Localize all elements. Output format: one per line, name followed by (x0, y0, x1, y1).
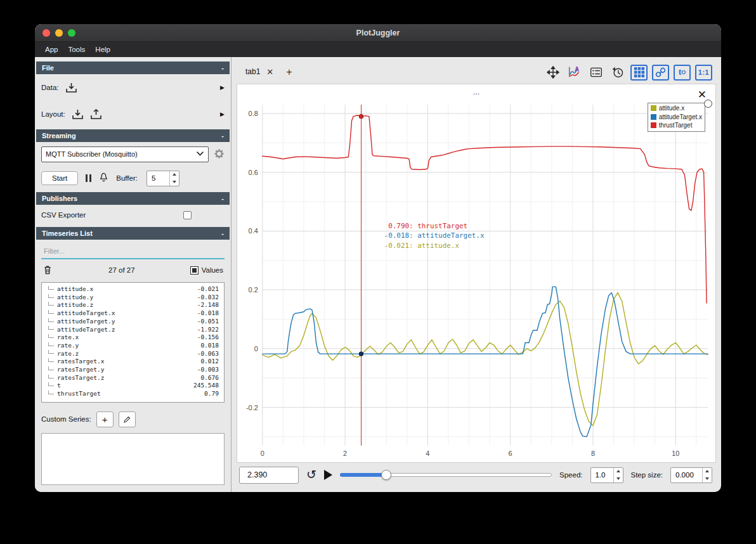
section-header-publishers[interactable]: Publishers - (36, 192, 230, 205)
tab-label: tab1 (245, 67, 260, 76)
custom-series-editor[interactable] (41, 433, 225, 485)
timeseries-item[interactable]: attitude.z-2.148 (43, 301, 224, 309)
legend-entry[interactable]: attitudeTarget.x (651, 113, 702, 122)
collapse-icon[interactable]: - (221, 195, 224, 202)
pause-icon[interactable] (86, 174, 91, 182)
menu-item-help[interactable]: Help (90, 43, 115, 56)
tooltip-series: : attitudeTarget.x (409, 231, 485, 240)
timeseries-item[interactable]: t245.548 (43, 382, 224, 390)
streaming-source-select[interactable]: MQTT Subscriber (Mosquitto) (41, 146, 209, 162)
close-window-button[interactable] (42, 29, 50, 37)
buffer-spinbox[interactable]: 5 (147, 171, 179, 186)
tab-close-icon[interactable]: ✕ (266, 67, 273, 77)
collapse-icon[interactable]: - (221, 64, 224, 72)
timeseries-item[interactable]: attitude.x-0.021 (43, 285, 224, 294)
collapse-icon[interactable]: - (221, 132, 224, 139)
step-size-value: 0.000 (671, 468, 702, 482)
gear-icon[interactable] (214, 148, 225, 160)
data-menu-arrow-icon[interactable]: ▶ (220, 84, 225, 91)
load-layout-icon[interactable] (72, 109, 84, 120)
spinner-arrows[interactable] (613, 468, 623, 482)
collapse-icon[interactable]: - (221, 230, 224, 237)
menu-item-app[interactable]: App (40, 43, 63, 56)
svg-text:A: A (575, 66, 580, 73)
detach-plot-icon[interactable] (704, 100, 712, 108)
svg-text:0: 0 (254, 345, 258, 353)
timeseries-item[interactable]: attitude.y-0.032 (43, 294, 224, 302)
tree-branch-icon (48, 294, 54, 298)
spinner-arrows[interactable] (702, 468, 712, 482)
timeline-slider[interactable] (340, 469, 552, 481)
loop-playback-icon[interactable]: ↺ (306, 469, 316, 481)
csv-exporter-label: CSV Exporter (41, 211, 86, 219)
timeseries-item[interactable]: attitudeTarget.y-0.051 (43, 318, 224, 326)
slider-handle[interactable] (381, 470, 391, 480)
start-button[interactable]: Start (41, 171, 78, 185)
timeseries-list[interactable]: attitude.x-0.021attitude.y-0.032attitude… (41, 282, 225, 403)
section-header-file[interactable]: File - (36, 62, 230, 74)
series-line-attitude.x (263, 293, 708, 425)
curve-editor-icon[interactable]: A (566, 65, 583, 81)
legend-toggle-icon[interactable] (587, 65, 604, 81)
time-tracker-icon[interactable] (609, 65, 626, 81)
t0-sub-text: O (681, 69, 686, 75)
current-time-field[interactable]: 2.390 (239, 467, 299, 484)
legend-entry[interactable]: attitude.x (651, 104, 702, 113)
timeseries-item[interactable]: rate.x-0.156 (43, 334, 224, 342)
series-value: 0.79 (204, 390, 219, 398)
timeseries-item[interactable]: ratesTarget.y-0.003 (43, 366, 224, 374)
section-header-streaming[interactable]: Streaming - (36, 129, 230, 142)
filter-input[interactable] (41, 245, 225, 259)
pan-zoom-icon[interactable] (544, 65, 561, 81)
titlebar[interactable]: PlotJuggler (35, 24, 721, 42)
series-name: attitude.z (57, 301, 197, 309)
save-layout-icon[interactable] (90, 109, 102, 120)
speed-spinbox[interactable]: 1.0 (590, 467, 623, 483)
trash-icon[interactable] (42, 264, 53, 276)
timeseries-item[interactable]: rate.z-0.063 (43, 350, 224, 358)
timeseries-item[interactable]: rate.y0.018 (43, 342, 224, 350)
add-custom-series-button[interactable]: + (96, 411, 114, 427)
minimize-window-button[interactable] (55, 29, 63, 37)
chart-svg[interactable]: 0246810-0.200.20.40.60.80.790 : thrustTa… (237, 100, 715, 462)
menu-item-tools[interactable]: Tools (63, 43, 90, 56)
add-tab-button[interactable]: + (280, 67, 298, 78)
app-window: PlotJuggler AppToolsHelp File - Data: ▶ … (35, 24, 721, 492)
timeseries-item[interactable]: ratesTarget.z0.676 (43, 374, 224, 382)
series-value: 245.548 (193, 382, 219, 390)
values-checkbox[interactable] (191, 267, 198, 274)
link-axes-icon[interactable] (652, 65, 669, 81)
plot-title: ... (237, 84, 715, 100)
timeseries-item[interactable]: attitudeTarget.z-1.922 (43, 326, 224, 334)
grid-view-icon[interactable] (630, 65, 648, 81)
csv-exporter-checkbox[interactable] (183, 211, 192, 219)
aspect-ratio-icon[interactable]: 1:1 (695, 65, 712, 81)
load-data-icon[interactable] (65, 82, 77, 93)
buffer-label: Buffer: (116, 174, 138, 182)
timeseries-item[interactable]: ratesTarget.x0.012 (43, 358, 224, 366)
plot-legend[interactable]: attitude.xattitudeTarget.xthrustTarget (648, 103, 705, 132)
legend-swatch (651, 105, 656, 111)
chart-area[interactable]: 0246810-0.200.20.40.60.80.790 : thrustTa… (237, 100, 715, 462)
zoom-window-button[interactable] (68, 29, 75, 37)
step-size-spinbox[interactable]: 0.000 (670, 467, 712, 483)
tab-tab1[interactable]: tab1 ✕ (239, 63, 280, 82)
file-section-title: File (42, 64, 54, 72)
notifications-bell-icon[interactable] (99, 172, 108, 184)
grid-minor (263, 105, 708, 446)
edit-custom-series-button[interactable] (119, 411, 136, 427)
spinner-arrows[interactable] (169, 171, 179, 186)
play-button[interactable] (324, 470, 332, 480)
legend-label: thrustTarget (659, 121, 693, 130)
legend-swatch (651, 122, 656, 128)
series-name: attitudeTarget.z (57, 326, 197, 334)
playback-bar: 2.390 ↺ Speed: 1.0 Step size: 0.000 (231, 463, 721, 492)
plot-close-icon[interactable]: ✕ (698, 89, 707, 100)
legend-entry[interactable]: thrustTarget (651, 121, 702, 130)
timeseries-item[interactable]: thrustTarget0.79 (43, 390, 224, 398)
section-header-timeseries[interactable]: Timeseries List - (36, 227, 230, 240)
time-offset-icon[interactable]: tO (674, 65, 691, 81)
timeseries-item[interactable]: attitudeTarget.x-0.018 (43, 309, 224, 318)
tooltip-value: -0.018 (384, 231, 409, 240)
layout-menu-arrow-icon[interactable]: ▶ (220, 111, 225, 117)
